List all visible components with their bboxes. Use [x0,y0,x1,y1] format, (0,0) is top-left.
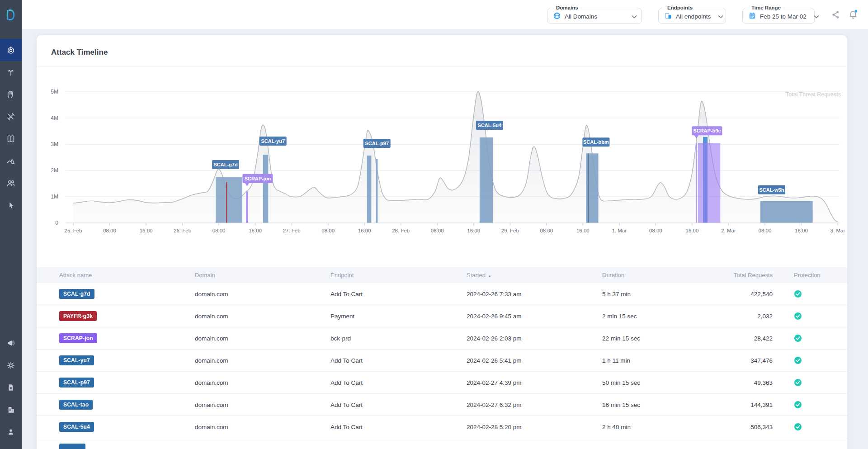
x-axis-label: 16:00 [576,228,590,233]
attack-flag-label: SCAL-5u4 [478,123,502,128]
table-row-SCAL-yu7[interactable]: SCAL-yu7domain.comAdd To Cart2024-02-26 … [37,350,847,372]
cell-domain: domain.com [195,291,330,298]
attacks-table-header: Attack nameDomainEndpointStarted▲Duratio… [37,267,847,283]
share-icon[interactable] [831,9,841,19]
attack-flag-label: SCRAP-jon [245,176,271,181]
column-header-duration[interactable]: Duration [602,272,729,279]
cell-duration: 2 min 15 sec [602,313,729,320]
protection-check-icon [794,290,802,298]
table-row-SCRAP-jon[interactable]: SCRAP-jondomain.combck-prd2024-02-26 2:0… [37,327,847,350]
sidebar-item-tools[interactable] [0,105,22,128]
cell-domain: domain.com [195,424,330,430]
sidebar-item-cursor[interactable] [0,194,22,216]
cell-endpoint: Add To Cart [330,357,467,364]
protection-check-icon [794,401,802,409]
attack-bar-SCRAP-jon[interactable] [246,191,248,223]
sidebar-item-account[interactable] [0,421,22,443]
attack-bar-SCRAP-b9c-marker[interactable] [696,143,697,223]
time-range-filter-value: Feb 25 to Mar 02 [760,13,807,20]
chevron-down-icon [714,15,723,19]
cell-started: 2024-02-26 7:33 am [467,291,602,298]
sidebar-item-map-book[interactable] [0,128,22,150]
column-header-domain[interactable]: Domain [195,272,330,279]
column-header-total-requests[interactable]: Total Requests [729,272,773,279]
cell-attack-name: SCAL-g7d [59,289,195,299]
domains-filter[interactable]: Domains All Domains [547,5,642,24]
table-row-PAYFR-g3k[interactable]: PAYFR-g3kdomain.comPayment2024-02-26 9:4… [37,305,847,327]
sort-arrow-ascending: ▲ [488,274,491,278]
table-row-SCAL-g7d[interactable]: SCAL-g7ddomain.comAdd To Cart2024-02-26 … [37,283,847,305]
megaphone-icon [6,339,15,348]
cell-total-requests: 422,540 [729,291,773,298]
attack-badge: SCAL-yu7 [59,355,94,365]
cell-endpoint: bck-prd [330,335,467,342]
attacks-table: Attack nameDomainEndpointStarted▲Duratio… [37,267,847,449]
globe-icon [553,12,561,22]
domains-filter-value: All Domains [565,13,597,20]
sidebar-item-threats[interactable] [0,39,22,61]
x-axis-label: 08:00 [540,228,553,233]
users-icon [6,179,15,188]
attack-bar-PAYFR-g3k[interactable] [226,182,227,223]
cell-started: 2024-02-28 5:20 pm [467,424,602,430]
x-axis-label: 08:00 [431,228,444,233]
x-axis-label: 16:00 [795,228,808,233]
column-header-attack-name[interactable]: Attack name [59,272,195,279]
cell-endpoint: Add To Cart [330,424,467,430]
cell-total-requests: 49,363 [729,379,773,386]
column-header-endpoint[interactable]: Endpoint [330,272,467,279]
table-row-SCAL-tao[interactable]: SCAL-taodomain.comAdd To Cart2024-02-27 … [37,394,847,416]
attack-bar-SCAL-w5h[interactable] [760,201,813,223]
attack-bar-SCAL-bbm-marker[interactable] [588,153,589,223]
y-axis-label: 5M [51,89,58,95]
endpoints-filter[interactable]: Endpoints All endpoints [658,5,726,24]
table-row-SCAL-p97[interactable]: SCAL-p97domain.comAdd To Cart2024-02-27 … [37,372,847,394]
datadome-logo[interactable] [0,0,22,39]
cell-protection [773,290,847,298]
bell-icon[interactable] [848,9,858,19]
cell-attack-name: SCAL-5u4 [59,422,195,432]
protection-check-icon [794,312,802,320]
account-icon [7,428,15,436]
attack-bar-SCAL-tao[interactable] [376,159,377,223]
attack-bar-SCAL-g7d[interactable] [216,177,242,223]
attack-bar-SCAL-5u4[interactable] [480,137,493,223]
threats-icon [6,46,15,55]
sidebar-item-document[interactable] [0,376,22,398]
sidebar-item-organization[interactable] [0,398,22,421]
time-range-filter[interactable]: Time Range Feb 25 to Mar 02 [742,5,815,24]
attack-badge: SCAL-tao [59,400,93,410]
x-axis-label: 16:00 [140,228,153,233]
x-axis-label: 08:00 [759,228,772,233]
cell-total-requests: 2,032 [729,313,773,320]
sidebar-item-users[interactable] [0,172,22,194]
cell-total-requests: 506,343 [729,424,773,430]
attack-badge: SCAL-g7d [59,289,94,299]
table-row-partial[interactable] [37,438,847,449]
column-header-protection[interactable]: Protection [773,272,847,279]
attack-timeline-chart[interactable]: 01M2M3M4M5M25. Feb08:0016:0026. Feb08:00… [37,66,847,244]
attacks-table-body: SCAL-g7ddomain.comAdd To Cart2024-02-26 … [37,283,847,449]
cell-duration: 22 min 15 sec [602,335,729,342]
cell-domain: domain.com [195,313,330,320]
attack-bar-SCAL-p97[interactable] [367,156,372,223]
cursor-icon [7,201,15,209]
notification-dot [855,10,858,13]
table-row-SCAL-5u4[interactable]: SCAL-5u4domain.comAdd To Cart2024-02-28 … [37,416,847,438]
chevron-down-icon [810,15,819,19]
cell-endpoint: Payment [330,313,467,320]
chart-legend: Total Threat Requests [786,91,841,98]
sidebar-item-megaphone[interactable] [0,332,22,354]
cell-domain: domain.com [195,402,330,408]
sidebar-item-gear[interactable] [0,354,22,376]
cell-total-requests: 347,476 [729,357,773,364]
attack-bar-SCRAP-b9c[interactable] [698,143,720,223]
sidebar-item-analytics-search[interactable] [0,150,22,172]
cell-protection [773,356,847,364]
attack-bar-SCAL-yu7[interactable] [263,155,269,223]
sidebar-item-traffic-split[interactable] [0,61,22,83]
sidebar-item-captcha-hand[interactable] [0,83,22,105]
main-content: Attack Timeline 01M2M3M4M5M25. Feb08:001… [22,29,868,449]
cell-started: 2024-02-26 5:41 pm [467,357,602,364]
column-header-started[interactable]: Started▲ [467,272,602,279]
